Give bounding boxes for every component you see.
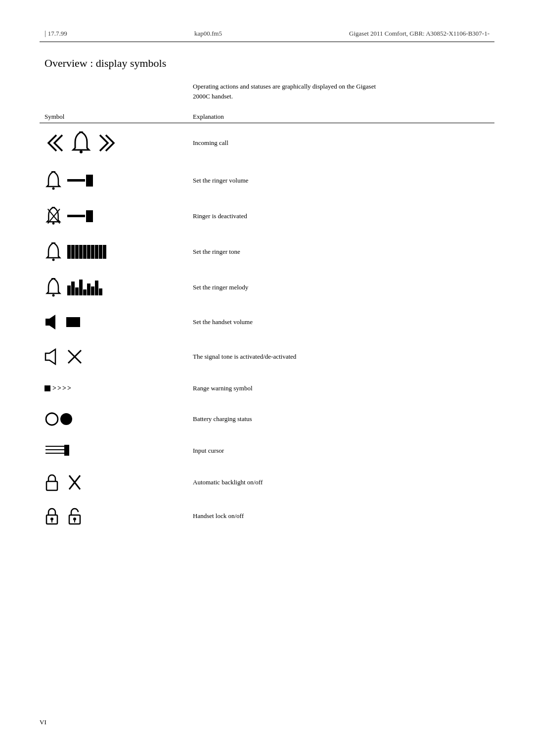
svg-point-4 (52, 222, 55, 225)
table-row: Automatic backlight on/off (40, 466, 494, 499)
symbol-handset-lock (40, 499, 193, 533)
explanation-ringer-deactivated: Ringer is deactivated (193, 198, 494, 234)
table-row: Set the ringer tone (40, 234, 494, 270)
page-footer: VI (40, 718, 46, 726)
svg-marker-12 (45, 315, 55, 330)
svg-point-16 (46, 413, 58, 425)
bell-melody-icon (44, 277, 62, 298)
symbol-ringer-tone (40, 234, 193, 270)
symbol-table: Symbol Explanation (40, 111, 494, 533)
header-date: 17.7.99 (48, 30, 67, 38)
explanation-ringer-tone: Set the ringer tone (193, 234, 494, 270)
table-row: Set the handset volume (40, 305, 494, 339)
symbol-input-cursor (40, 436, 193, 466)
symbol-incoming-call (40, 123, 193, 163)
page-description: Operating actions and statuses are graph… (193, 82, 381, 101)
explanation-input-cursor: Input cursor (193, 436, 494, 466)
svg-point-26 (50, 518, 53, 520)
chevrons-right-icon (92, 130, 118, 156)
table-row: Handset lock on/off (40, 499, 494, 533)
col-explanation-header: Explanation (193, 111, 494, 123)
symbol-range-warning: >>>> (40, 375, 193, 402)
speaker-icon (44, 314, 61, 331)
chevrons-left-icon (44, 130, 70, 156)
symbol-ringer-deactivated (40, 198, 193, 234)
table-row: Set the ringer melody (40, 270, 494, 305)
svg-point-0 (80, 150, 83, 153)
lock-off-icon (67, 507, 82, 525)
header-product: Gigaset 2011 Comfort, GBR: A30852-X1106-… (349, 30, 490, 37)
explanation-signal-tone: The signal tone is activated/de-activate… (193, 339, 494, 375)
header-left-marker: | (44, 30, 46, 38)
explanation-handset-volume: Set the handset volume (193, 305, 494, 339)
battery-icon (44, 412, 74, 426)
table-row: Ringer is deactivated (40, 198, 494, 234)
cursor-icon (44, 442, 74, 459)
bell-tone-icon (44, 241, 62, 262)
speaker-outline-icon (44, 348, 61, 365)
bell-small-icon (44, 170, 62, 191)
header-file: kap00.fm5 (194, 30, 222, 38)
explanation-ringer-volume: Set the ringer volume (193, 163, 494, 198)
table-header: Symbol Explanation (40, 111, 494, 123)
header-left: | 17.7.99 (44, 30, 67, 38)
symbol-ringer-volume (40, 163, 193, 198)
explanation-handset-lock: Handset lock on/off (193, 499, 494, 533)
bell-icon (70, 130, 92, 156)
header-right: Gigaset 2011 Comfort, GBR: A30852-X1106-… (349, 30, 490, 38)
x-icon (66, 348, 83, 365)
symbol-signal-tone (40, 339, 193, 375)
table-row: >>>> Range warning symbol (40, 375, 494, 402)
symbol-backlight (40, 466, 193, 499)
explanation-battery: Battery charging status (193, 402, 494, 436)
symbol-ringer-melody (40, 270, 193, 305)
lock-on-icon (44, 507, 59, 525)
svg-rect-22 (46, 481, 57, 490)
backlight-off-icon (67, 473, 82, 491)
page-header: | 17.7.99 kap00.fm5 Gigaset 2011 Comfort… (40, 30, 494, 38)
range-arrows-icon: >>>> (52, 384, 72, 392)
svg-marker-13 (45, 349, 55, 364)
backlight-on-icon (44, 473, 59, 491)
svg-rect-21 (64, 445, 69, 456)
bell-x-icon (44, 206, 62, 227)
page-title: Overview : display symbols (40, 57, 494, 70)
svg-point-8 (52, 258, 55, 261)
table-row: Battery charging status (40, 402, 494, 436)
page: | 17.7.99 kap00.fm5 Gigaset 2011 Comfort… (0, 0, 534, 756)
range-square-icon (44, 385, 50, 391)
page-number: VI (40, 718, 46, 726)
svg-point-2 (52, 187, 55, 189)
svg-point-29 (73, 518, 76, 520)
header-rule (40, 42, 494, 42)
explanation-backlight: Automatic backlight on/off (193, 466, 494, 499)
col-symbol-header: Symbol (40, 111, 193, 123)
table-row: The signal tone is activated/de-activate… (40, 339, 494, 375)
svg-point-17 (60, 413, 72, 425)
symbol-battery (40, 402, 193, 436)
explanation-incoming-call: Incoming call (193, 123, 494, 163)
table-row: Input cursor (40, 436, 494, 466)
svg-point-10 (52, 294, 55, 296)
explanation-range-warning: Range warning symbol (193, 375, 494, 402)
symbol-handset-volume (40, 305, 193, 339)
table-row: Incoming call (40, 123, 494, 163)
table-row: Set the ringer volume (40, 163, 494, 198)
explanation-ringer-melody: Set the ringer melody (193, 270, 494, 305)
